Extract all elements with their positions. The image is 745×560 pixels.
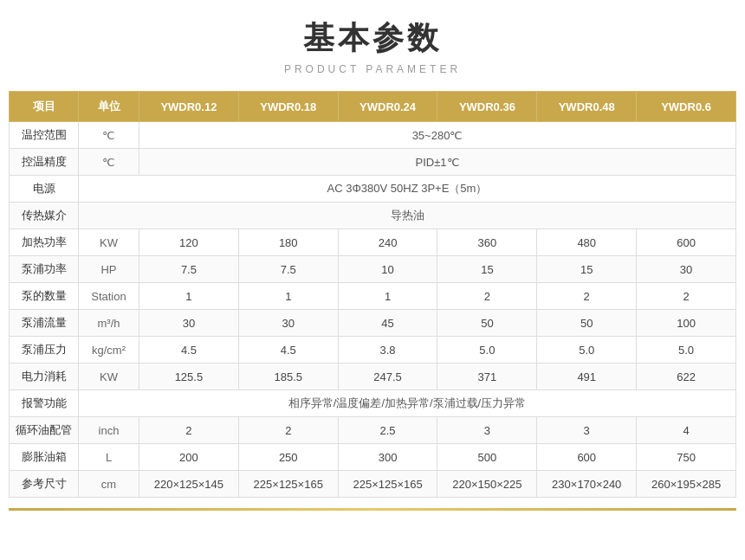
row-value: 491 [537, 364, 637, 390]
row-value: 2.5 [338, 417, 437, 444]
row-value: 220×125×145 [139, 471, 239, 498]
row-value: 15 [437, 256, 537, 283]
table-row: 温控范围℃35~280℃ [10, 122, 736, 149]
row-value: 185.5 [238, 364, 338, 390]
row-label: 参考尺寸 [10, 471, 79, 498]
row-value: 50 [437, 310, 537, 337]
row-unit: cm [79, 471, 139, 498]
row-value: 4.5 [139, 337, 239, 364]
row-value: 600 [637, 229, 736, 256]
row-value: 30 [238, 310, 338, 337]
table-row: 泵的数量Station111222 [10, 283, 736, 310]
row-value: 250 [238, 444, 338, 471]
table-row: 传热媒介导热油 [10, 203, 736, 229]
table-row: 报警功能相序异常/温度偏差/加热异常/泵浦过载/压力异常 [10, 390, 736, 417]
page-subtitle: PRODUCT PARAMETER [284, 63, 461, 75]
row-value: 2 [139, 417, 239, 444]
row-value: 15 [537, 256, 637, 283]
row-value: 500 [437, 444, 537, 471]
row-value: 600 [537, 444, 637, 471]
row-value: 2 [537, 283, 637, 310]
row-label: 泵的数量 [10, 283, 79, 310]
row-value: 230×170×240 [537, 471, 637, 498]
row-value: 200 [139, 444, 239, 471]
row-value: 10 [338, 256, 437, 283]
table-row: 循环油配管inch222.5334 [10, 417, 736, 444]
row-label: 循环油配管 [10, 417, 79, 444]
row-value: 360 [437, 229, 537, 256]
row-value: 220×150×225 [437, 471, 537, 498]
row-value: 300 [338, 444, 437, 471]
bottom-line [9, 508, 736, 511]
row-label: 膨胀油箱 [10, 444, 79, 471]
table-row: 泵浦功率HP7.57.510151530 [10, 256, 736, 283]
col-header-label: 项目 [10, 92, 79, 122]
row-value: 480 [537, 229, 637, 256]
row-value: 30 [139, 310, 239, 337]
col-header-model: YWDR0.6 [637, 92, 736, 122]
row-span-value: 相序异常/温度偏差/加热异常/泵浦过载/压力异常 [79, 390, 736, 417]
row-unit: Station [79, 283, 139, 310]
row-value: 3 [437, 417, 537, 444]
row-value: 120 [139, 229, 239, 256]
row-value: 2 [437, 283, 537, 310]
row-value: 1 [238, 283, 338, 310]
param-table: 项目单位YWDR0.12YWDR0.18YWDR0.24YWDR0.36YWDR… [9, 91, 736, 498]
row-unit: KW [79, 364, 139, 390]
row-label: 泵浦压力 [10, 337, 79, 364]
row-value: 2 [238, 417, 338, 444]
row-value: 7.5 [139, 256, 239, 283]
row-value: 2 [637, 283, 736, 310]
row-value: 45 [338, 310, 437, 337]
row-label: 报警功能 [10, 390, 79, 417]
row-value: 225×125×165 [238, 471, 338, 498]
table-header-row: 项目单位YWDR0.12YWDR0.18YWDR0.24YWDR0.36YWDR… [10, 92, 736, 122]
row-span-value: 导热油 [79, 203, 736, 229]
row-label: 电力消耗 [10, 364, 79, 390]
row-value: 225×125×165 [338, 471, 437, 498]
row-unit: ℃ [79, 122, 139, 149]
page-title: 基本参数 [303, 17, 442, 60]
col-header-unit: 单位 [79, 92, 139, 122]
row-label: 传热媒介 [10, 203, 79, 229]
row-label: 温控范围 [10, 122, 79, 149]
table-row: 膨胀油箱L200250300500600750 [10, 444, 736, 471]
row-unit: inch [79, 417, 139, 444]
row-value: 180 [238, 229, 338, 256]
row-value: 260×195×285 [637, 471, 736, 498]
row-value: 247.5 [338, 364, 437, 390]
row-value: 5.0 [537, 337, 637, 364]
row-unit: L [79, 444, 139, 471]
row-value: 30 [637, 256, 736, 283]
row-unit: KW [79, 229, 139, 256]
row-unit: kg/cm² [79, 337, 139, 364]
row-unit: ℃ [79, 149, 139, 176]
row-label: 电源 [10, 176, 79, 203]
table-row: 泵浦压力kg/cm²4.54.53.85.05.05.0 [10, 337, 736, 364]
row-label: 控温精度 [10, 149, 79, 176]
table-row: 参考尺寸cm220×125×145225×125×165225×125×1652… [10, 471, 736, 498]
row-value: 240 [338, 229, 437, 256]
row-label: 加热功率 [10, 229, 79, 256]
row-value: 1 [139, 283, 239, 310]
row-value: 3 [537, 417, 637, 444]
row-value: 750 [637, 444, 736, 471]
col-header-model: YWDR0.24 [338, 92, 437, 122]
row-value: 125.5 [139, 364, 239, 390]
table-body: 温控范围℃35~280℃控温精度℃PID±1℃电源AC 3Φ380V 50HZ … [10, 122, 736, 498]
row-label: 泵浦流量 [10, 310, 79, 337]
col-header-model: YWDR0.36 [437, 92, 537, 122]
row-value: 1 [338, 283, 437, 310]
table-row: 控温精度℃PID±1℃ [10, 149, 736, 176]
row-unit: m³/h [79, 310, 139, 337]
row-value: 622 [637, 364, 736, 390]
row-value: 4.5 [238, 337, 338, 364]
table-row: 泵浦流量m³/h3030455050100 [10, 310, 736, 337]
table-row: 加热功率KW120180240360480600 [10, 229, 736, 256]
row-span-value: PID±1℃ [139, 149, 736, 176]
col-header-model: YWDR0.18 [238, 92, 338, 122]
col-header-model: YWDR0.12 [139, 92, 239, 122]
row-span-value: 35~280℃ [139, 122, 736, 149]
row-value: 100 [637, 310, 736, 337]
row-unit: HP [79, 256, 139, 283]
